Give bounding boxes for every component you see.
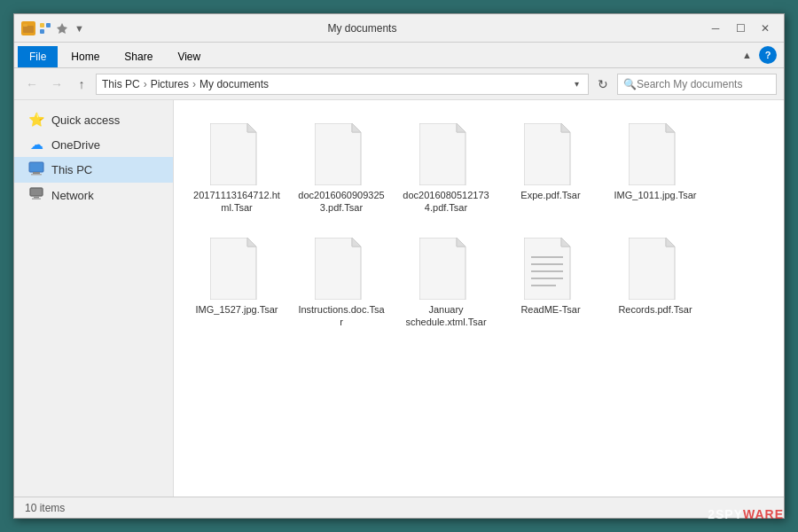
sidebar-item-quick-access[interactable]: ⭐ Quick access [14,107,173,132]
file-name: January schedule.xtml.Tsar [402,303,490,329]
svg-marker-36 [666,238,675,246]
up-button[interactable]: ↑ [71,74,92,95]
file-name: Records.pdf.Tsar [618,303,692,316]
item-count: 10 items [25,502,65,514]
tab-view[interactable]: View [166,46,212,67]
close-button[interactable]: ✕ [754,20,777,37]
ribbon-expand-arrow[interactable]: ▲ [739,46,755,64]
file-item[interactable]: IMG_1527.jpg.Tsar [188,229,286,336]
file-item[interactable]: IMG_1011.jpg.Tsar [606,114,704,222]
file-item[interactable]: Expe.pdf.Tsar [502,114,599,222]
window-title: My documents [20,22,704,35]
file-item[interactable]: January schedule.xtml.Tsar [397,229,495,336]
file-icon [313,121,370,185]
quick-access-icon: ⭐ [28,112,44,128]
sidebar-label-this-pc: This PC [51,163,92,176]
search-box[interactable]: 🔍 [617,74,777,95]
file-name: 20171113164712.html.Tsar [192,189,281,215]
refresh-button[interactable]: ↻ [592,74,614,95]
this-pc-icon [28,161,44,178]
file-icon [313,236,370,300]
sidebar-label-network: Network [51,189,94,202]
svg-marker-21 [666,123,675,132]
svg-marker-23 [247,238,256,246]
file-name: IMG_1527.jpg.Tsar [196,303,278,316]
sidebar-label-quick-access: Quick access [51,113,120,127]
address-path[interactable]: This PC › Pictures › My documents ▾ [96,74,589,95]
ribbon: File Home Share View ▲ ? [14,43,784,68]
svg-rect-7 [31,174,42,176]
sidebar-item-this-pc[interactable]: This PC [14,157,173,183]
file-name: doc20160609093253.pdf.Tsar [297,189,386,215]
file-icon [418,236,474,300]
file-name: IMG_1011.jpg.Tsar [614,189,697,201]
file-item[interactable]: 20171113164712.html.Tsar [188,114,286,222]
svg-marker-25 [352,238,361,246]
path-this-pc[interactable]: This PC [102,78,140,90]
file-item[interactable]: doc20160805121734.pdf.Tsar [397,114,495,222]
file-icon [418,121,474,185]
svg-marker-27 [457,238,466,246]
search-icon: 🔍 [623,78,637,90]
maximize-button[interactable]: ☐ [729,20,752,37]
sidebar-label-onedrive: OneDrive [51,138,100,152]
forward-button[interactable]: → [46,74,67,95]
file-item[interactable]: ReadME-Tsar [502,229,599,336]
file-area: 20171113164712.html.Tsar doc201606090932… [174,100,784,497]
file-item[interactable]: Instructions.doc.Tsar [293,229,390,336]
sidebar: ⭐ Quick access ☁ OneDrive This PC Networ… [14,100,174,497]
explorer-window: ▼ My documents ─ ☐ ✕ File Home Share Vie… [13,13,785,519]
svg-marker-13 [247,123,256,132]
svg-rect-5 [29,162,43,172]
ribbon-tabs: File Home Share View ▲ ? [14,43,784,67]
file-name: doc20160805121734.pdf.Tsar [402,189,490,215]
path-my-documents[interactable]: My documents [200,78,269,90]
svg-rect-8 [30,188,43,196]
file-name: Expe.pdf.Tsar [520,189,580,201]
file-item[interactable]: doc20160609093253.pdf.Tsar [293,114,390,222]
back-button[interactable]: ← [21,74,43,95]
file-icon [208,121,265,185]
search-input[interactable] [637,78,771,90]
file-icon [522,121,579,185]
minimize-button[interactable]: ─ [704,20,727,37]
file-name: ReadME-Tsar [520,303,580,316]
window-controls: ─ ☐ ✕ [704,20,777,37]
svg-rect-6 [33,172,40,174]
tab-share[interactable]: Share [113,46,164,67]
svg-marker-17 [457,123,466,132]
title-bar: ▼ My documents ─ ☐ ✕ [14,14,784,43]
file-icon [627,236,684,300]
path-sep-2: › [192,78,196,90]
file-item[interactable]: Records.pdf.Tsar [606,229,704,336]
onedrive-icon: ☁ [28,137,44,153]
status-bar: 10 items [14,497,784,518]
main-content: ⭐ Quick access ☁ OneDrive This PC Networ… [14,100,784,497]
sidebar-item-onedrive[interactable]: ☁ OneDrive [14,132,173,157]
svg-marker-29 [561,238,570,246]
file-icon [208,236,265,300]
tab-home[interactable]: Home [59,46,111,67]
network-icon [28,187,44,204]
path-sep-1: › [144,78,147,90]
path-pictures[interactable]: Pictures [151,78,189,90]
file-icon [522,236,579,300]
tab-file[interactable]: File [18,46,58,67]
svg-marker-15 [352,123,361,132]
path-dropdown-arrow[interactable]: ▾ [571,79,583,89]
file-icon [627,121,684,185]
svg-rect-10 [34,197,39,199]
svg-rect-11 [32,199,41,200]
file-name: Instructions.doc.Tsar [297,303,386,329]
help-button[interactable]: ? [759,46,777,64]
sidebar-item-network[interactable]: Network [14,183,173,208]
svg-marker-19 [561,123,570,132]
address-bar: ← → ↑ This PC › Pictures › My documents … [14,68,784,100]
